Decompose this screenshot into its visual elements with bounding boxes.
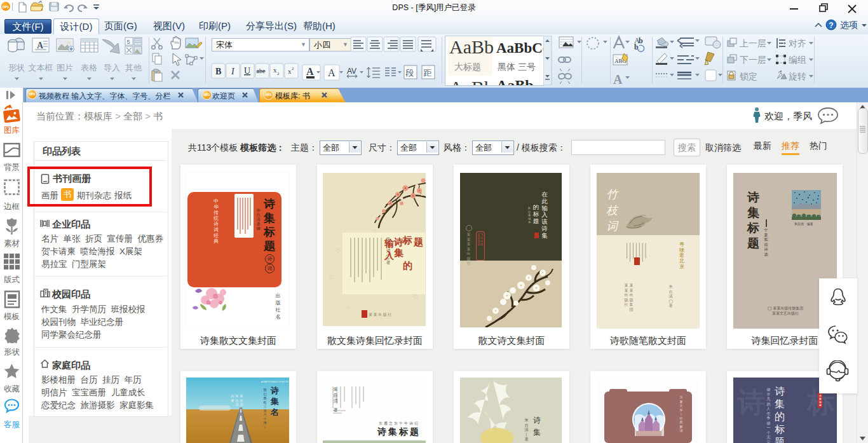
svg-text:编组: 编组 bbox=[789, 55, 806, 65]
svg-text:形状: 形状 bbox=[8, 63, 25, 72]
svg-text:DPS: DPS bbox=[3, 5, 10, 9]
svg-text:下一层: 下一层 bbox=[740, 55, 766, 65]
svg-text:图片: 图片 bbox=[57, 63, 73, 72]
svg-text:段: 段 bbox=[405, 68, 414, 78]
svg-text:对齐: 对齐 bbox=[788, 38, 806, 48]
svg-text:A: A bbox=[613, 72, 623, 86]
svg-text:B: B bbox=[215, 67, 221, 76]
svg-text:2: 2 bbox=[277, 71, 280, 76]
svg-text:2: 2 bbox=[292, 66, 294, 71]
svg-text:旋转: 旋转 bbox=[789, 71, 806, 81]
svg-text:b: b bbox=[639, 36, 643, 45]
svg-text:文本框: 文本框 bbox=[29, 63, 53, 72]
svg-text:其他: 其他 bbox=[125, 63, 142, 72]
svg-text:距: 距 bbox=[424, 68, 432, 78]
svg-text:5: 5 bbox=[127, 39, 130, 45]
svg-text:表格: 表格 bbox=[81, 63, 97, 72]
svg-text:A: A bbox=[328, 67, 336, 78]
svg-text:锁定: 锁定 bbox=[740, 71, 757, 81]
svg-text:?: ? bbox=[829, 21, 833, 30]
svg-text:选项: 选项 bbox=[840, 20, 858, 30]
svg-text:U: U bbox=[244, 66, 250, 76]
svg-text:A: A bbox=[306, 66, 314, 77]
svg-text:A: A bbox=[37, 41, 44, 50]
svg-text:上一层: 上一层 bbox=[740, 38, 766, 48]
svg-text:AV: AV bbox=[347, 67, 356, 76]
svg-text:abe: abe bbox=[257, 67, 266, 74]
svg-text:导入: 导入 bbox=[104, 63, 120, 72]
